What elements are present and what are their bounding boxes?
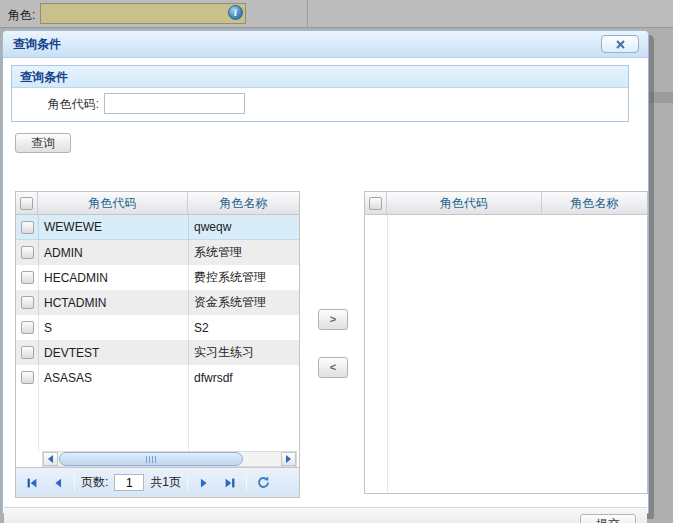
close-button[interactable]: [601, 35, 639, 53]
column-header-role-code[interactable]: 角色代码: [387, 192, 542, 214]
select-all-checkbox[interactable]: [20, 197, 33, 210]
role-code-cell: ASASAS: [38, 371, 188, 385]
role-code-cell: S: [38, 321, 188, 335]
submit-button[interactable]: 提交: [580, 514, 636, 523]
dialog-footer: 提交: [4, 507, 647, 523]
prev-page-button[interactable]: [48, 473, 68, 493]
query-dialog: 查询条件 查询条件 角色代码: 查询: [2, 30, 649, 514]
scroll-right-icon: [285, 455, 292, 463]
role-name-cell: S2: [188, 321, 299, 335]
table-row[interactable]: WEWEWE qweqw: [16, 215, 299, 240]
query-panel-header: 查询条件: [12, 66, 628, 88]
table-row[interactable]: HECADMIN 费控系统管理: [16, 265, 299, 290]
column-divider: [38, 215, 39, 451]
role-code-label: 角色代码:: [32, 96, 99, 113]
role-name-cell: 实习生练习: [188, 344, 299, 361]
dialog-titlebar[interactable]: 查询条件: [3, 31, 648, 58]
info-icon[interactable]: i: [228, 5, 243, 20]
role-name-cell: 系统管理: [188, 244, 299, 261]
select-all-checkbox[interactable]: [369, 197, 382, 210]
pager-separator: [246, 474, 247, 491]
last-page-button[interactable]: [220, 473, 240, 493]
row-checkbox[interactable]: [21, 296, 34, 309]
row-checkbox[interactable]: [21, 371, 34, 384]
query-button[interactable]: 查询: [15, 133, 71, 153]
table-row[interactable]: S S2: [16, 315, 299, 340]
column-header-role-code[interactable]: 角色代码: [38, 192, 188, 214]
screen: 角色: i 查询条件 查询条件 角色代码: 查询: [0, 0, 673, 523]
row-checkbox[interactable]: [21, 271, 34, 284]
first-page-button[interactable]: [22, 473, 42, 493]
table-row[interactable]: HCTADMIN 资金系统管理: [16, 290, 299, 315]
row-checkbox[interactable]: [21, 321, 34, 334]
horizontal-scrollbar[interactable]: [42, 451, 297, 467]
next-page-button[interactable]: [194, 473, 214, 493]
role-name-cell: qweqw: [188, 220, 299, 234]
pager-separator: [187, 474, 188, 491]
role-field-input[interactable]: [40, 3, 246, 24]
available-roles-grid: 角色代码 角色名称 WEWEWE qweqw ADMIN 系统管理 HECADM…: [15, 191, 300, 498]
select-all-cell: [365, 192, 387, 214]
close-icon: [615, 39, 626, 50]
grid-header: 角色代码 角色名称: [16, 192, 299, 215]
next-page-icon: [197, 476, 211, 490]
column-divider: [188, 215, 189, 451]
table-row[interactable]: ADMIN 系统管理: [16, 240, 299, 265]
scrollbar-thumb[interactable]: [59, 452, 243, 466]
table-row[interactable]: DEVTEST 实习生练习: [16, 340, 299, 365]
masked-page-stripe: [649, 92, 673, 103]
role-code-cell: DEVTEST: [38, 346, 188, 360]
move-left-button[interactable]: <: [318, 357, 348, 378]
row-checkbox[interactable]: [21, 221, 34, 234]
dialog-body: 查询条件 角色代码: 查询 角色代码 角色名称 WEWE: [3, 58, 648, 513]
query-conditions-panel: 查询条件 角色代码:: [11, 65, 629, 122]
refresh-icon: [256, 475, 271, 490]
total-pages-label: 共1页: [150, 474, 181, 491]
dialog-title: 查询条件: [13, 31, 61, 58]
page-top-bar: 角色: i: [0, 0, 673, 28]
role-field-label: 角色:: [8, 7, 35, 24]
role-name-cell: 资金系统管理: [188, 294, 299, 311]
pagination-bar: 页数: 共1页: [16, 467, 299, 497]
page-number-input[interactable]: [114, 474, 144, 491]
role-name-cell: 费控系统管理: [188, 269, 299, 286]
scroll-left-button[interactable]: [43, 452, 58, 466]
scroll-left-icon: [47, 455, 54, 463]
role-code-cell: HECADMIN: [38, 271, 188, 285]
column-header-role-name[interactable]: 角色名称: [188, 192, 299, 214]
scroll-right-button[interactable]: [281, 452, 296, 466]
select-all-cell: [16, 192, 38, 214]
top-bar-divider: [307, 0, 308, 27]
selected-roles-grid: 角色代码 角色名称: [364, 191, 648, 494]
table-row[interactable]: ASASAS dfwrsdf: [16, 365, 299, 390]
role-name-cell: dfwrsdf: [188, 371, 299, 385]
row-checkbox[interactable]: [21, 346, 34, 359]
role-code-input[interactable]: [104, 93, 245, 114]
query-panel-body: 角色代码:: [12, 88, 628, 121]
first-page-icon: [25, 476, 39, 490]
column-header-role-name[interactable]: 角色名称: [542, 192, 647, 214]
refresh-button[interactable]: [253, 473, 273, 493]
role-code-cell: ADMIN: [38, 246, 188, 260]
move-right-button[interactable]: >: [318, 309, 348, 330]
prev-page-icon: [51, 476, 65, 490]
column-divider: [387, 215, 388, 492]
role-code-cell: HCTADMIN: [38, 296, 188, 310]
page-label: 页数:: [81, 474, 108, 491]
role-code-cell: WEWEWE: [38, 220, 188, 234]
grid-header: 角色代码 角色名称: [365, 192, 647, 215]
last-page-icon: [223, 476, 237, 490]
row-checkbox[interactable]: [21, 246, 34, 259]
pager-separator: [74, 474, 75, 491]
